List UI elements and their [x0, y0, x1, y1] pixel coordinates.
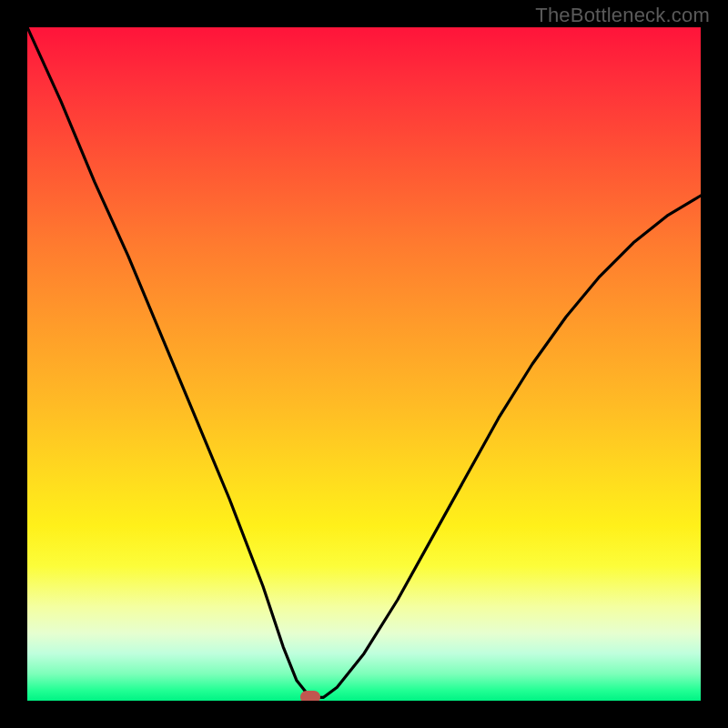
chart-frame: TheBottleneck.com — [0, 0, 728, 728]
bottom-frame-strip — [27, 701, 701, 710]
bottleneck-curve — [27, 27, 701, 697]
minimum-marker — [300, 691, 320, 701]
curve-svg — [27, 27, 701, 701]
watermark-text: TheBottleneck.com — [535, 4, 710, 27]
plot-area — [27, 27, 701, 701]
